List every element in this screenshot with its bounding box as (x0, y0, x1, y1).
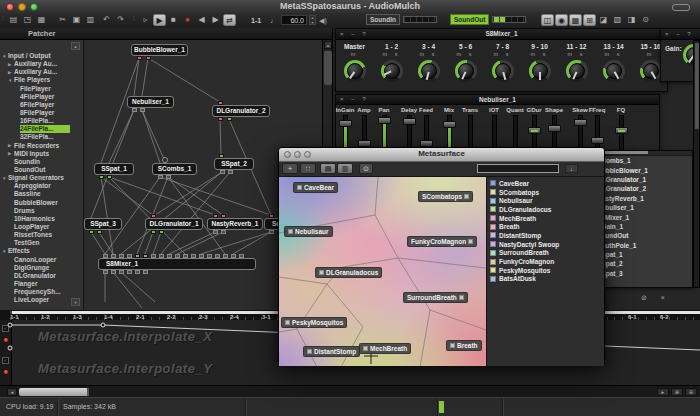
tree-item-flanger[interactable]: Flanger (0, 280, 70, 288)
shapes-icon[interactable]: ◪ (597, 14, 610, 26)
output-port[interactable] (137, 56, 142, 60)
slider-handle[interactable] (420, 140, 433, 147)
soundin-label[interactable]: SoundIn (366, 14, 400, 25)
copy-icon[interactable]: ▣ (70, 14, 83, 26)
panel-window-controls[interactable]: × − ? (340, 95, 369, 104)
mute-solo-labels[interactable]: m s (521, 51, 558, 58)
tree-item-digigrunge[interactable]: DigiGrunge (0, 264, 70, 272)
tree-item-8fileplayer[interactable]: 8FilePlayer (0, 109, 70, 117)
slider-handle[interactable] (403, 118, 416, 125)
input-port[interactable] (223, 254, 228, 258)
channel-knob[interactable] (418, 60, 440, 82)
surface-snapshot-dlgranuladocus[interactable]: DLGranuladocus (315, 267, 382, 278)
mixer-view-icon[interactable]: ▦ (569, 14, 582, 26)
node-dlgranulator-1[interactable]: DLGranulator_1 (145, 218, 203, 230)
slider-handle[interactable] (339, 120, 352, 127)
snapshot-row-mechbreath[interactable]: MechBreath (487, 214, 604, 223)
output-port[interactable] (227, 117, 232, 121)
go-to-end-icon[interactable]: ▶ (209, 14, 222, 26)
output-port[interactable] (221, 230, 226, 234)
input-port[interactable] (219, 154, 224, 158)
tree-item-soundout[interactable]: SoundOut (0, 166, 70, 174)
scroll-up-icon[interactable]: ▲ (324, 41, 332, 49)
tree-item-6fileplayer[interactable]: 6FilePlayer (0, 101, 70, 109)
snapshot-row-surroundbreath[interactable]: SurroundBreath (487, 249, 604, 258)
tree-item-testgen[interactable]: TestGen (0, 239, 70, 247)
clipboard-icon[interactable]: ◨ (625, 14, 638, 26)
output-port[interactable] (143, 270, 148, 274)
input-port[interactable] (269, 214, 274, 218)
right-scrollbar[interactable] (693, 40, 700, 288)
slider-handle[interactable] (528, 127, 541, 134)
input-port[interactable] (103, 254, 108, 258)
toolbar-capsule-icon[interactable] (672, 4, 690, 11)
gain-panel-titlebar[interactable]: × − ? (661, 29, 700, 40)
node-nebuliser-1[interactable]: Nebuliser_1 (127, 96, 174, 108)
input-port[interactable] (183, 254, 188, 258)
undo-icon[interactable]: ↶ (100, 14, 113, 26)
tree-item-livelooper[interactable]: LiveLooper (0, 296, 70, 304)
scrollbar-thumb[interactable] (695, 43, 699, 129)
snapshot-row-cavebear[interactable]: CaveBear (487, 179, 604, 188)
tree-item-file-recorders[interactable]: ▶File Recorders (0, 142, 70, 150)
input-port[interactable] (213, 214, 218, 218)
panel-window-controls[interactable]: × − ? (665, 29, 694, 39)
mute-solo-labels[interactable]: m s (484, 51, 521, 58)
output-port[interactable] (119, 270, 124, 274)
input-port[interactable] (119, 254, 124, 258)
surface-snapshot-breath[interactable]: Breath (446, 340, 482, 351)
info-button[interactable]: ⊙ (359, 163, 373, 174)
mute-solo-labels[interactable]: m s (410, 51, 447, 58)
surface-snapshot-peskymosquitos[interactable]: PeskyMosquitos (281, 317, 347, 328)
input-port-ring[interactable] (162, 157, 168, 163)
snapshot-row-nebulisaur[interactable]: Nebulisaur (487, 196, 604, 205)
new-file-icon[interactable]: ▤ (7, 14, 20, 26)
snapshot-row-dlgranuladocus[interactable]: DLGranuladocus (487, 205, 604, 214)
surface-snapshot-mechbreath[interactable]: MechBreath (359, 343, 411, 354)
input-port[interactable] (199, 254, 204, 258)
node-s8mixer-1[interactable]: S8Mixer_1 (98, 258, 256, 270)
detail-view-button[interactable]: ▥ (337, 163, 353, 174)
record-icon[interactable]: ● (181, 14, 194, 26)
channel-knob[interactable] (344, 60, 366, 82)
loop-icon[interactable]: ⇄ (223, 14, 236, 26)
tempo-field[interactable]: 60.0 (281, 15, 307, 25)
input-port[interactable] (135, 254, 140, 258)
input-port[interactable] (111, 254, 116, 258)
metasurface-titlebar[interactable]: Metasurface (279, 148, 604, 162)
scroll-down-icon[interactable]: ▼ (71, 298, 80, 306)
tree-item-midi-inputs[interactable]: ▶MIDI Inputs (0, 150, 70, 158)
tree-item-canonlooper[interactable]: CanonLooper (0, 256, 70, 264)
channel-knob[interactable] (566, 60, 588, 82)
output-port[interactable] (159, 230, 164, 234)
save-file-icon[interactable]: ▦ (35, 14, 48, 26)
mute-solo-labels[interactable]: m s (595, 51, 632, 58)
output-port[interactable] (107, 175, 112, 179)
snapshot-row-scombatops[interactable]: SCombatops (487, 188, 604, 197)
add-snapshot-button[interactable]: + (282, 163, 298, 174)
input-port[interactable] (127, 254, 132, 258)
mute-solo-labels[interactable]: m (336, 51, 373, 58)
open-file-icon[interactable]: ◳ (21, 14, 34, 26)
lane-record-icon[interactable] (3, 337, 9, 343)
input-port[interactable] (159, 254, 164, 258)
surface-snapshot-scombatops[interactable]: SCombatops (418, 191, 473, 202)
cut-icon[interactable]: ✂ (56, 14, 69, 26)
slider-handle[interactable] (548, 125, 561, 132)
power-icon[interactable]: ⊙ (639, 14, 652, 26)
input-port[interactable] (191, 254, 196, 258)
input-port[interactable] (218, 101, 223, 105)
scroll-left-icon[interactable]: ◂ (7, 388, 17, 396)
input-port[interactable] (207, 254, 212, 258)
output-port[interactable] (89, 230, 94, 234)
node-nastyreverb-1[interactable]: NastyReverb_1 (207, 218, 263, 230)
list-view-button[interactable]: ▤ (320, 163, 336, 174)
input-port[interactable] (143, 254, 148, 258)
node-sspat-2[interactable]: SSpat_2 (214, 158, 254, 170)
output-port[interactable] (135, 270, 140, 274)
slider-handle[interactable] (615, 127, 628, 134)
stop-icon[interactable]: ■ (167, 14, 180, 26)
redo-icon[interactable]: ↷ (114, 14, 127, 26)
lane-enable-checkbox[interactable]: ✓ (2, 325, 9, 332)
input-port[interactable] (231, 254, 236, 258)
